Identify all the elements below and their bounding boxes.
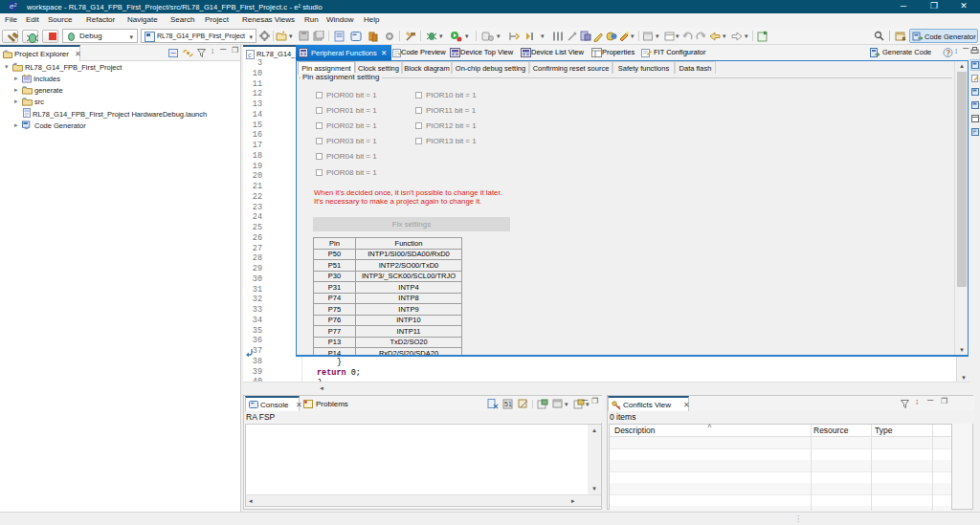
svg-text:51: 51 — [504, 401, 512, 407]
svg-text:c: c — [248, 52, 252, 58]
